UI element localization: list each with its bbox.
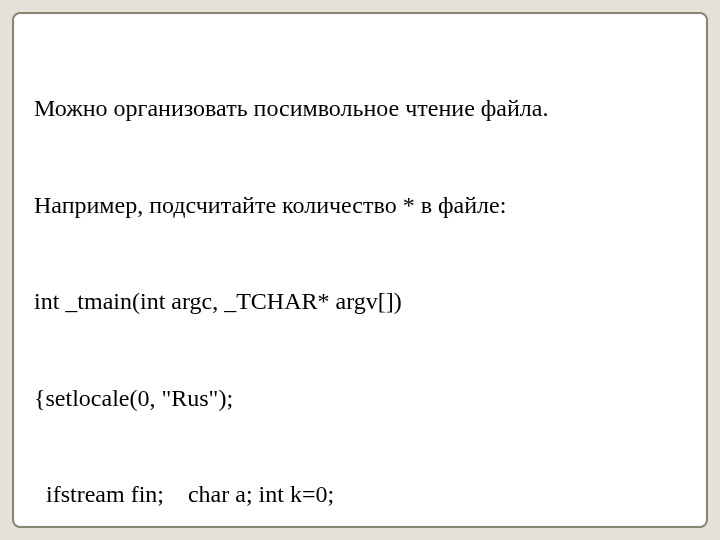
code-line: Например, подсчитайте количество * в фай…	[34, 189, 686, 221]
code-line: int _tmain(int argc, _TCHAR* argv[])	[34, 285, 686, 317]
content-card: Можно организовать посимвольное чтение ф…	[12, 12, 708, 528]
slide-background: Можно организовать посимвольное чтение ф…	[0, 0, 720, 540]
code-block: Можно организовать посимвольное чтение ф…	[34, 28, 686, 540]
code-line: ifstream fin; char a; int k=0;	[34, 478, 686, 510]
code-line: Можно организовать посимвольное чтение ф…	[34, 92, 686, 124]
code-line: {setlocale(0, "Rus");	[34, 382, 686, 414]
